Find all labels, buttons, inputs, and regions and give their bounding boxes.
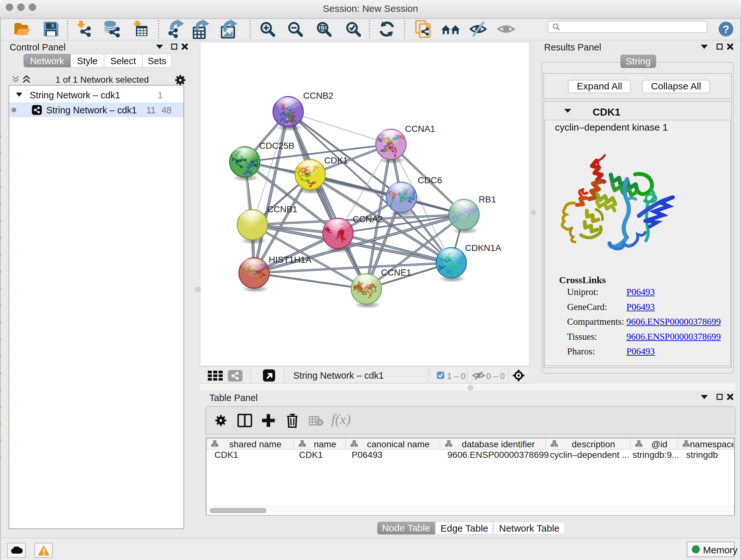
- svg-text:CCNA1: CCNA1: [405, 124, 435, 134]
- svg-text:HIST1H1A: HIST1H1A: [269, 255, 312, 265]
- svg-text:CCNB1: CCNB1: [267, 204, 297, 214]
- svg-text:CDC25B: CDC25B: [259, 141, 294, 151]
- svg-text:CDC6: CDC6: [418, 175, 442, 185]
- svg-text:CCNE1: CCNE1: [381, 267, 411, 277]
- svg-text:RB1: RB1: [479, 194, 496, 204]
- svg-text:CCNA2: CCNA2: [353, 214, 383, 224]
- svg-text:CDK1: CDK1: [324, 155, 348, 165]
- svg-text:CCNB2: CCNB2: [303, 91, 333, 101]
- svg-text:CDKN1A: CDKN1A: [465, 243, 501, 253]
